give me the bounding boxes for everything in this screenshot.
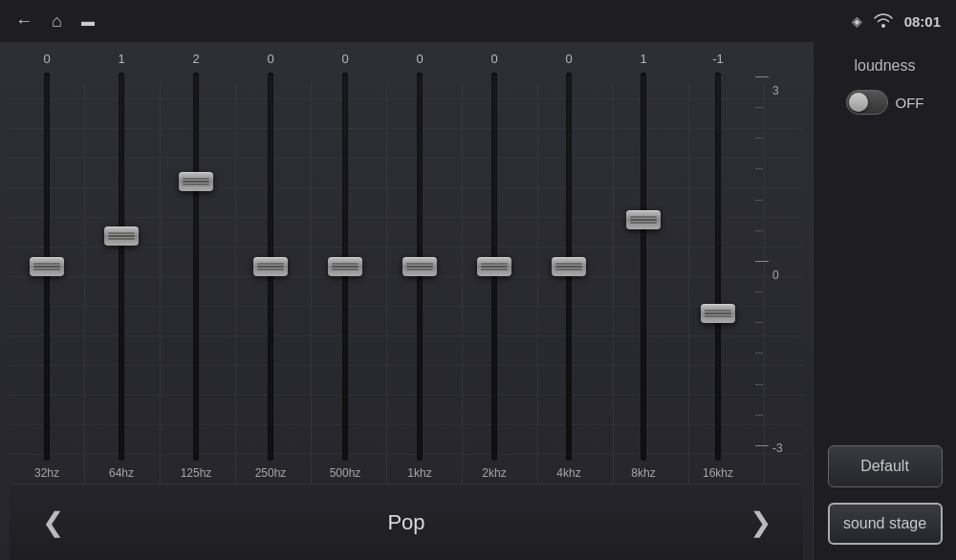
slider-handle[interactable] (701, 304, 735, 323)
band-slider-8khz[interactable] (606, 73, 681, 461)
slider-track[interactable] (193, 73, 199, 461)
band-label: 64hz (84, 466, 159, 480)
band-value-col: 0 (532, 50, 606, 69)
band-value-col: 0 (10, 50, 84, 69)
scale-column: 30-3 (755, 73, 803, 461)
band-label: 16khz (681, 466, 755, 480)
band-slider-16khz[interactable] (681, 73, 755, 461)
slider-handle[interactable] (328, 257, 362, 276)
slider-handle[interactable] (477, 257, 511, 276)
right-panel: loudness OFF Default sound stage (813, 42, 956, 560)
default-button[interactable]: Default (828, 445, 943, 487)
home-icon[interactable]: ⌂ (52, 11, 62, 32)
slider-handle[interactable] (552, 257, 586, 276)
band-label: 4khz (532, 466, 606, 480)
band-slider-500hz[interactable] (308, 73, 382, 461)
slider-track[interactable] (491, 73, 497, 461)
slider-track[interactable] (342, 73, 348, 461)
eq-area: 012000001-1 30-3 32hz64hz125hz250hz500hz… (0, 42, 813, 560)
next-preset-button[interactable]: ❯ (736, 499, 784, 547)
clock: 08:01 (904, 13, 941, 30)
sound-stage-button[interactable]: sound stage (828, 503, 943, 545)
apps-icon[interactable]: ▬ (81, 13, 95, 29)
band-value: 0 (267, 50, 273, 69)
band-label: 32hz (10, 466, 84, 480)
main-container: 012000001-1 30-3 32hz64hz125hz250hz500hz… (0, 42, 956, 560)
prev-preset-button[interactable]: ❮ (29, 499, 76, 547)
band-value: -1 (712, 50, 724, 69)
toggle-knob-circle (849, 93, 868, 112)
scale-label: -3 (772, 442, 783, 455)
slider-handle[interactable] (30, 257, 64, 276)
band-slider-1khz[interactable] (382, 73, 457, 461)
slider-track[interactable] (417, 73, 423, 461)
wifi-icon (874, 12, 893, 31)
band-label: 2khz (457, 466, 532, 480)
band-value-col: 1 (606, 50, 681, 69)
slider-handle[interactable] (402, 257, 437, 276)
band-label: 500hz (308, 466, 382, 480)
slider-handle[interactable] (104, 226, 139, 246)
band-value-col: 1 (84, 50, 159, 69)
band-slider-125hz[interactable] (159, 73, 233, 461)
sliders-row (10, 73, 755, 461)
band-value-col: 0 (382, 50, 457, 69)
status-bar: ← ⌂ ▬ ◈ 08:01 (0, 0, 956, 42)
preset-bar: ❮ Pop ❯ (10, 484, 803, 560)
loudness-toggle-container: OFF (846, 90, 924, 115)
band-value-col: 0 (457, 50, 532, 69)
band-slider-4khz[interactable] (532, 73, 606, 461)
values-row: 012000001-1 (10, 50, 803, 73)
slider-track[interactable] (715, 73, 721, 461)
band-label: 250hz (233, 466, 308, 480)
band-slider-2khz[interactable] (457, 73, 532, 461)
loudness-toggle[interactable] (846, 90, 888, 115)
slider-handle[interactable] (253, 257, 288, 276)
slider-track[interactable] (268, 73, 273, 461)
band-value: 0 (43, 50, 50, 69)
nav-icons: ← ⌂ ▬ (15, 11, 95, 32)
scale-label: 0 (772, 269, 779, 282)
band-value-col: 0 (308, 50, 382, 69)
slider-track[interactable] (119, 73, 124, 461)
band-slider-64hz[interactable] (84, 73, 159, 461)
slider-handle[interactable] (179, 172, 213, 191)
band-value: 0 (416, 50, 423, 69)
band-value: 0 (490, 50, 497, 69)
band-value-col: 0 (233, 50, 308, 69)
band-value: 1 (640, 50, 646, 69)
loudness-title: loudness (854, 57, 915, 75)
band-slider-32hz[interactable] (10, 73, 84, 461)
band-value: 1 (118, 50, 124, 69)
slider-track[interactable] (641, 73, 646, 461)
band-slider-250hz[interactable] (233, 73, 308, 461)
slider-track[interactable] (44, 73, 50, 461)
band-value-col: -1 (681, 50, 755, 69)
band-label: 125hz (159, 466, 233, 480)
labels-row: 32hz64hz125hz250hz500hz1khz2khz4khz8khz1… (10, 461, 803, 484)
slider-handle[interactable] (626, 210, 661, 229)
band-value: 0 (341, 50, 348, 69)
scale-label: 3 (772, 84, 779, 97)
preset-label: Pop (76, 510, 736, 535)
band-label: 1khz (382, 466, 457, 480)
band-label: 8khz (606, 466, 681, 480)
toggle-state-label: OFF (896, 95, 924, 111)
slider-track[interactable] (566, 73, 572, 461)
status-right: ◈ 08:01 (852, 12, 941, 31)
back-icon[interactable]: ← (15, 11, 33, 32)
band-value: 2 (192, 50, 199, 69)
band-value: 0 (565, 50, 572, 69)
band-value-col: 2 (159, 50, 233, 69)
location-icon: ◈ (852, 13, 862, 29)
